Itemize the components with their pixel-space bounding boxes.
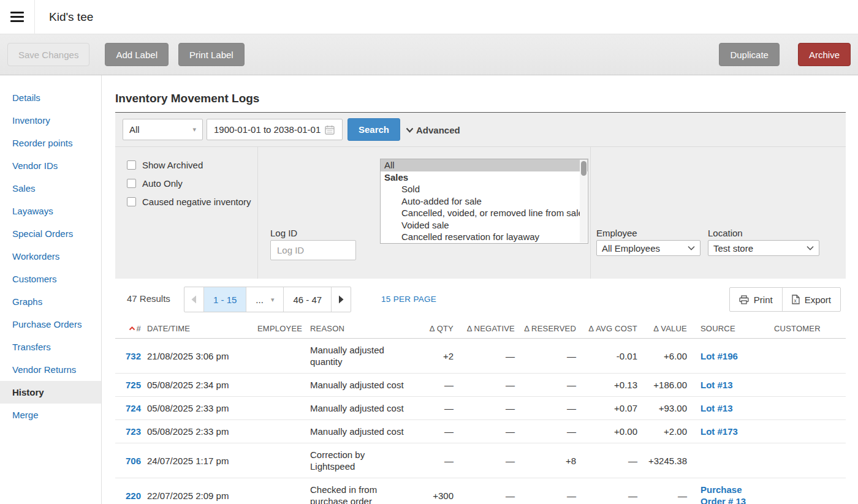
sidebar-item[interactable]: Transfers xyxy=(0,336,101,358)
log-id-link[interactable]: 220 xyxy=(126,491,141,501)
listbox-scrollbar[interactable] xyxy=(580,160,587,243)
main-content: Inventory Movement Logs All ▾ 1900-01-01… xyxy=(102,75,858,504)
advanced-filter-panel: Show Archived Auto Only Caused negative … xyxy=(115,146,846,279)
source-link[interactable]: Lot #13 xyxy=(700,380,733,390)
reason-option[interactable]: Voided sale xyxy=(381,219,588,231)
chevron-down-icon: ▾ xyxy=(271,296,275,304)
log-id-label: Log ID xyxy=(270,228,297,238)
log-id-link[interactable]: 724 xyxy=(126,403,141,413)
log-id-input[interactable] xyxy=(270,240,356,260)
page-range-current[interactable]: 1 - 15 xyxy=(204,287,246,312)
cell-avg-cost: +0.13 xyxy=(579,374,640,397)
sidebar-item[interactable]: Reorder points xyxy=(0,132,101,154)
cell-qty: — xyxy=(412,420,457,443)
source-link[interactable]: Lot #13 xyxy=(700,403,733,413)
table-row: 723 05/08/2025 2:33 pm Manually adjusted… xyxy=(115,420,846,443)
location-select[interactable]: Test store xyxy=(708,240,819,256)
per-page-link[interactable]: 15 PER PAGE xyxy=(381,295,436,304)
reason-option[interactable]: Sales xyxy=(381,171,588,184)
cell-datetime: 24/07/2025 1:17 pm xyxy=(144,443,254,478)
sidebar-item[interactable]: Layaways xyxy=(0,200,101,222)
reason-option[interactable]: All xyxy=(381,159,588,171)
reason-option[interactable]: Cancelled reservation for layaway xyxy=(381,231,588,243)
hamburger-menu-icon[interactable] xyxy=(0,0,35,34)
results-count: 47 Results xyxy=(127,293,170,304)
log-id-link[interactable]: 723 xyxy=(126,426,141,437)
location-label: Location xyxy=(708,228,743,238)
log-id-link[interactable]: 706 xyxy=(126,456,141,466)
col-employee[interactable]: EMPLOYEE xyxy=(254,321,307,339)
sidebar-item[interactable]: Vendor IDs xyxy=(0,154,101,177)
source-link[interactable]: Lot #196 xyxy=(700,351,738,361)
print-button[interactable]: Print xyxy=(730,288,783,311)
cell-employee xyxy=(254,397,307,420)
next-page-button[interactable] xyxy=(332,287,351,312)
sidebar-item[interactable]: Purchase Orders xyxy=(0,313,101,336)
export-button[interactable]: x Export xyxy=(783,288,840,311)
cell-reserved: +8 xyxy=(518,443,579,478)
col-datetime[interactable]: DATE/TIME xyxy=(144,321,254,339)
employee-select[interactable]: All Employees xyxy=(596,240,700,256)
scrollbar-thumb[interactable] xyxy=(581,161,587,176)
page-range-last[interactable]: 46 - 47 xyxy=(284,287,332,312)
filter-checkbox[interactable]: Auto Only xyxy=(127,174,251,192)
add-label-button[interactable]: Add Label xyxy=(105,43,169,66)
cell-reserved: — xyxy=(518,478,579,504)
section-title: Inventory Movement Logs xyxy=(115,92,846,105)
log-id-link[interactable]: 732 xyxy=(126,351,141,361)
cell-qty: — xyxy=(412,374,457,397)
sidebar-item[interactable]: Customers xyxy=(0,268,101,290)
sidebar-item[interactable]: Workorders xyxy=(0,245,101,268)
source-link[interactable]: Lot #173 xyxy=(700,426,738,437)
col-reason[interactable]: REASON xyxy=(307,321,412,339)
col-qty[interactable]: Δ QTY xyxy=(412,321,457,339)
col-id[interactable]: # xyxy=(115,321,144,339)
log-type-select[interactable]: All ▾ xyxy=(123,119,203,140)
cell-negative: — xyxy=(457,478,518,504)
page-range-dropdown[interactable]: ... ▾ xyxy=(246,287,284,312)
cell-customer xyxy=(771,443,846,478)
archive-button[interactable]: Archive xyxy=(798,43,851,66)
col-source[interactable]: SOURCE xyxy=(690,321,771,339)
col-negative[interactable]: Δ NEGATIVE xyxy=(457,321,518,339)
filter-checkbox[interactable]: Caused negative inventory xyxy=(127,192,251,211)
checkbox-icon xyxy=(127,179,136,188)
col-avg-cost[interactable]: Δ AVG COST xyxy=(579,321,640,339)
sidebar-item[interactable]: Graphs xyxy=(0,290,101,313)
cell-reason: Manually adjusted cost xyxy=(307,420,412,443)
search-button[interactable]: Search xyxy=(347,118,400,141)
sidebar-item[interactable]: History xyxy=(0,381,101,404)
sidebar-item[interactable]: Vendor Returns xyxy=(0,358,101,381)
sidebar-item[interactable]: Sales xyxy=(0,177,101,200)
save-changes-button[interactable]: Save Changes xyxy=(7,43,89,66)
advanced-toggle[interactable]: Advanced xyxy=(406,113,460,147)
cell-avg-cost: — xyxy=(579,443,640,478)
cell-negative: — xyxy=(457,374,518,397)
reason-option[interactable]: Cancelled, voided, or removed line from … xyxy=(381,207,588,219)
print-label-button[interactable]: Print Label xyxy=(178,43,245,66)
reason-listbox[interactable]: All Sales Sold Auto-added for sale Cance… xyxy=(380,159,588,244)
sidebar-item[interactable]: Details xyxy=(0,86,101,109)
cell-value: +6.00 xyxy=(640,339,690,374)
sidebar-item[interactable]: Merge xyxy=(0,404,101,426)
date-range-input[interactable]: 1900-01-01 to 2038-01-01 xyxy=(207,119,343,140)
reason-option[interactable]: Auto-added for sale xyxy=(381,195,588,208)
filter-checkbox[interactable]: Show Archived xyxy=(127,156,251,174)
cell-value: +186.00 xyxy=(640,374,690,397)
log-id-link[interactable]: 725 xyxy=(126,380,141,390)
prev-page-button[interactable] xyxy=(184,287,204,312)
employee-label: Employee xyxy=(596,228,637,238)
col-value[interactable]: Δ VALUE xyxy=(640,321,690,339)
source-link[interactable]: Purchase Order # 13 xyxy=(700,484,746,504)
sidebar-item[interactable]: Special Orders xyxy=(0,222,101,245)
cell-avg-cost: +0.07 xyxy=(579,397,640,420)
cell-customer xyxy=(771,397,846,420)
col-reserved[interactable]: Δ RESERVED xyxy=(518,321,579,339)
col-customer[interactable]: CUSTOMER xyxy=(771,321,846,339)
table-header-row: # DATE/TIME EMPLOYEE REASON Δ QTY Δ NEGA… xyxy=(115,321,846,339)
table-row: 725 05/08/2025 2:34 pm Manually adjusted… xyxy=(115,374,846,397)
sidebar-item[interactable]: Inventory xyxy=(0,109,101,132)
filter-checkboxes: Show Archived Auto Only Caused negative … xyxy=(127,156,251,211)
reason-option[interactable]: Sold xyxy=(381,183,588,195)
duplicate-button[interactable]: Duplicate xyxy=(719,43,780,66)
